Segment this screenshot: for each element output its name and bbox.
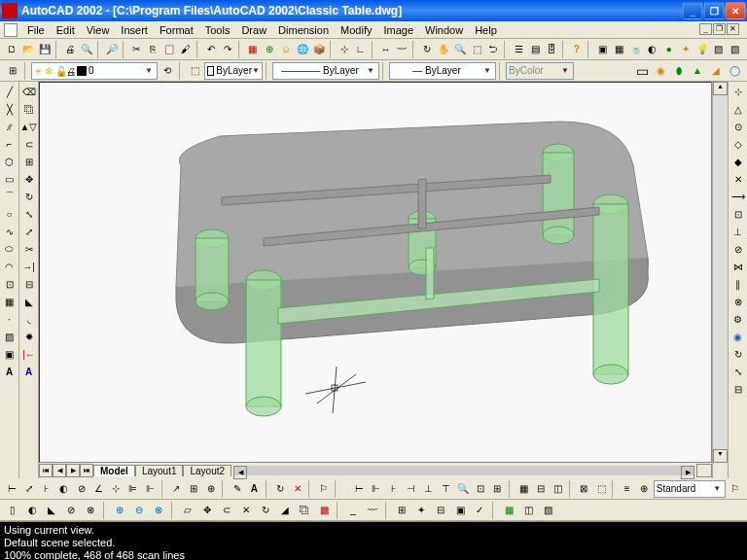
explode-button[interactable]: ✸ [21,329,37,344]
solid-interfere-button[interactable]: ⊗ [82,502,99,519]
delete-face-button[interactable]: ✕ [237,502,255,519]
layer-previous-button[interactable]: ⟲ [159,62,176,80]
spacer-btn-1[interactable]: ⊦ [385,480,402,498]
check-button[interactable]: ✓ [471,502,488,519]
dimstyle-button[interactable]: ⚐ [315,480,332,498]
osnap-extension-button[interactable]: ⟶ [730,189,746,204]
solid-box-button[interactable]: ▭ [633,62,651,80]
dbconnect-button[interactable]: 🗄 [544,41,559,58]
text-style-button[interactable]: ⚐ [727,480,743,498]
erase-button[interactable]: ⌫ [21,84,37,99]
properties-button[interactable]: ☰ [511,41,526,58]
chamfer-button[interactable]: ◣ [21,294,37,309]
tolerance-button[interactable]: ⊞ [186,480,202,498]
osnap-quadrant-button[interactable]: ◆ [730,154,746,169]
dim-angular-button[interactable]: ∠ [90,480,107,498]
osnap-node-button[interactable]: ◇ [730,136,746,152]
vertical-scrollbar[interactable]: ▲ ▼ [712,82,728,478]
minimize-button[interactable]: _ [683,2,702,19]
tab-nav-prev[interactable]: ◀ [53,464,66,477]
move-button[interactable]: ✥ [21,171,37,187]
designcenter-button[interactable]: ▤ [527,41,543,58]
zoom-previous-button[interactable]: ⮌ [485,41,501,58]
union-button[interactable]: ⊕ [111,502,128,519]
extend-button[interactable]: →| [21,259,37,274]
spacer-btn-14[interactable]: ⊕ [636,480,653,498]
array-button[interactable]: ⊞ [21,154,37,169]
lineweight-dropdown[interactable]: — ByLayer ▼ [389,62,496,80]
tab-model[interactable]: Model [93,465,135,476]
redraw-button[interactable]: ↻ [419,41,435,58]
solid-sphere-button[interactable]: ◉ [652,62,669,80]
dim-baseline-button[interactable]: ⊫ [125,480,142,498]
menu-draw[interactable]: Draw [235,23,272,37]
setup-view-button[interactable]: ◫ [519,502,537,519]
menu-file[interactable]: File [21,23,51,37]
menu-tools[interactable]: Tools [199,23,236,37]
trim-button[interactable]: ✂ [21,241,37,257]
dim-continue-button[interactable]: ⊩ [142,480,159,498]
copy-button[interactable]: ⎘ [145,41,160,58]
dim-update-button[interactable]: ↻ [272,480,289,498]
xline-button[interactable]: ╳ [2,101,18,117]
osnap-none-button[interactable]: ⊗ [730,294,746,309]
cut-button[interactable]: ✂ [128,41,144,58]
osnap-temp-button[interactable]: ⊹ [337,41,352,58]
menu-format[interactable]: Format [154,23,199,37]
osnap-nearest-button[interactable]: ⋈ [730,259,746,274]
3d-clip-button[interactable]: ⊟ [730,381,746,397]
leader-button[interactable]: ↗ [168,480,185,498]
linetype-dropdown[interactable]: ———— ByLayer ▼ [272,62,379,80]
pline-button[interactable]: ⌐ [2,136,18,152]
maximize-button[interactable]: ❐ [704,2,724,19]
publish-button[interactable]: 🌐 [295,41,310,58]
extrude-face-button[interactable]: ▱ [179,502,196,519]
solid-revolve-button[interactable]: ◐ [23,502,41,519]
shell-button[interactable]: ▣ [451,502,469,519]
help-button[interactable]: ? [569,41,585,58]
print-button[interactable]: 🖨 [62,41,78,58]
intersect-button[interactable]: ⊗ [150,502,167,519]
make-block-button[interactable]: ▦ [2,294,18,309]
zoom-window-button[interactable]: ⬚ [469,41,484,58]
osnap-settings-button[interactable]: ⚙ [730,311,746,327]
stretch-button[interactable]: ⤢ [21,224,37,239]
ellipse-button[interactable]: ⬭ [2,241,18,257]
point-button[interactable]: · [2,311,18,327]
block-button[interactable]: ⊡ [2,276,18,292]
copy-face-button[interactable]: ⿻ [296,502,313,519]
redo-button[interactable]: ↷ [220,41,235,58]
open-button[interactable]: 📂 [20,41,36,58]
mline-button[interactable]: ⫽ [2,119,18,134]
render-button[interactable]: 🍵 [628,41,644,58]
menu-dimension[interactable]: Dimension [272,23,335,37]
dim-override-button[interactable]: ⊢ [351,480,368,498]
doc-close-button[interactable]: ✕ [727,23,739,35]
circle-button[interactable]: ○ [2,206,18,222]
textstyle-dropdown[interactable]: Standard ▼ [654,480,726,498]
print-preview-button[interactable]: 🔍 [79,41,94,58]
text-button[interactable]: A [21,364,37,379]
plotcolor-dropdown[interactable]: ByColor ▼ [506,62,574,80]
layer-dropdown[interactable]: ☀ ❄ 🔓 🖨 0 ▼ [31,62,158,80]
scale-button[interactable]: ⤡ [21,206,37,222]
solid-section-button[interactable]: ⊘ [62,502,80,519]
spline-button[interactable]: ∿ [2,224,18,239]
spacer-btn-12[interactable]: ⬚ [593,480,610,498]
doc-minimize-button[interactable]: _ [699,23,712,35]
spacer-btn-3[interactable]: ⊥ [420,480,437,498]
rotate-face-button[interactable]: ↻ [257,502,274,519]
dim-radius-button[interactable]: ◐ [55,480,72,498]
horizontal-scrollbar[interactable]: ◀ ▶ [233,466,694,475]
mapping-button[interactable]: ▧ [728,41,743,58]
3d-swivel-button[interactable]: ↻ [730,346,746,362]
hatch-button[interactable]: ▨ [2,329,18,344]
spacer-btn-5[interactable]: 🔍 [454,480,471,498]
menu-edit[interactable]: Edit [51,23,81,37]
tab-layout2[interactable]: Layout2 [183,465,231,476]
clean-button[interactable]: ✦ [412,502,430,519]
copy-object-button[interactable]: ⿻ [21,101,37,117]
spacer-btn-8[interactable]: ▦ [516,480,532,498]
polygon-button[interactable]: ⬡ [2,154,18,169]
spacer-btn-10[interactable]: ◫ [550,480,566,498]
